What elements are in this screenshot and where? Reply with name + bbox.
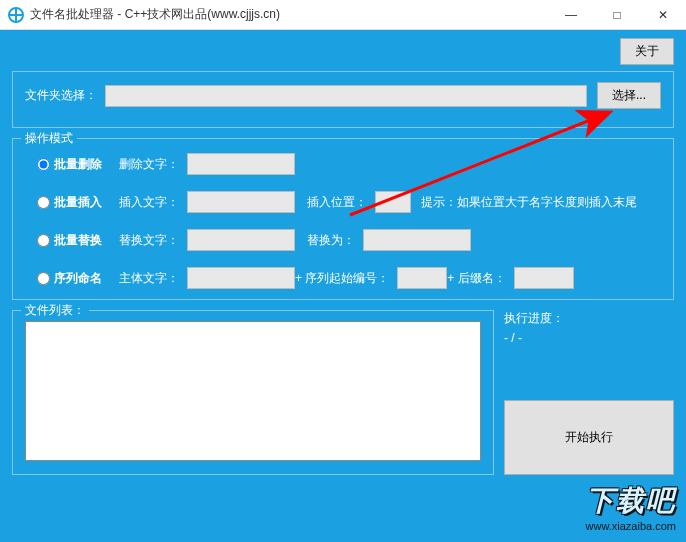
mode-row-replace: 批量替换 替换文字： 替换为：: [25, 219, 661, 257]
radio-batch-delete-input[interactable]: [37, 158, 50, 171]
radio-batch-insert[interactable]: 批量插入: [37, 194, 119, 211]
mode-group-title: 操作模式: [21, 130, 77, 147]
seq-start-input[interactable]: [397, 267, 447, 289]
radio-batch-delete[interactable]: 批量删除: [37, 156, 119, 173]
insert-hint: 提示：如果位置大于名字长度则插入末尾: [421, 194, 637, 211]
replace-text-label: 替换文字：: [119, 232, 179, 249]
replace-to-input[interactable]: [363, 229, 471, 251]
about-button[interactable]: 关于: [620, 38, 674, 65]
radio-batch-insert-input[interactable]: [37, 196, 50, 209]
titlebar: 文件名批处理器 - C++技术网出品(www.cjjjs.cn) — □ ✕: [0, 0, 686, 30]
radio-batch-insert-label: 批量插入: [54, 194, 102, 211]
window-title: 文件名批处理器 - C++技术网出品(www.cjjjs.cn): [30, 6, 548, 23]
folder-group: 文件夹选择： 选择...: [12, 71, 674, 128]
delete-text-label: 删除文字：: [119, 156, 179, 173]
replace-to-label: 替换为：: [307, 232, 355, 249]
progress-label: 执行进度：: [504, 310, 674, 327]
mode-row-insert: 批量插入 插入文字： 插入位置： 提示：如果位置大于名字长度则插入末尾: [25, 181, 661, 219]
delete-text-input[interactable]: [187, 153, 295, 175]
radio-batch-replace-label: 批量替换: [54, 232, 102, 249]
app-body: 关于 文件夹选择： 选择... 操作模式 批量删除 删除文字： 批量插入 插入文…: [0, 30, 686, 542]
radio-sequence-input[interactable]: [37, 272, 50, 285]
mode-row-sequence: 序列命名 主体文字： + 序列起始编号： + 后缀名：: [25, 257, 661, 295]
app-icon: [8, 7, 24, 23]
seq-body-label: 主体文字：: [119, 270, 179, 287]
seq-body-input[interactable]: [187, 267, 295, 289]
radio-batch-replace-input[interactable]: [37, 234, 50, 247]
insert-text-input[interactable]: [187, 191, 295, 213]
filelist-title: 文件列表：: [21, 302, 89, 319]
insert-text-label: 插入文字：: [119, 194, 179, 211]
maximize-button[interactable]: □: [594, 0, 640, 30]
insert-pos-label: 插入位置：: [307, 194, 367, 211]
radio-sequence-label: 序列命名: [54, 270, 102, 287]
folder-input[interactable]: [105, 85, 587, 107]
insert-pos-input[interactable]: [375, 191, 411, 213]
watermark: 下载吧 www.xiazaiba.com: [586, 482, 676, 532]
mode-group: 操作模式 批量删除 删除文字： 批量插入 插入文字： 插入位置： 提示：如果位置…: [12, 138, 674, 300]
filelist-group: 文件列表：: [12, 310, 494, 475]
mode-row-delete: 批量删除 删除文字：: [25, 143, 661, 181]
minimize-button[interactable]: —: [548, 0, 594, 30]
filelist-textarea[interactable]: [25, 321, 481, 461]
seq-plus2: + 后缀名：: [447, 270, 505, 287]
radio-batch-delete-label: 批量删除: [54, 156, 102, 173]
replace-text-input[interactable]: [187, 229, 295, 251]
watermark-url: www.xiazaiba.com: [586, 520, 676, 532]
radio-sequence[interactable]: 序列命名: [37, 270, 119, 287]
close-button[interactable]: ✕: [640, 0, 686, 30]
progress-value: - / -: [504, 331, 674, 345]
select-folder-button[interactable]: 选择...: [597, 82, 661, 109]
folder-label: 文件夹选择：: [25, 87, 97, 104]
start-button[interactable]: 开始执行: [504, 400, 674, 475]
seq-plus1: + 序列起始编号：: [295, 270, 389, 287]
radio-batch-replace[interactable]: 批量替换: [37, 232, 119, 249]
seq-suffix-input[interactable]: [514, 267, 574, 289]
watermark-text: 下载吧: [586, 482, 676, 520]
